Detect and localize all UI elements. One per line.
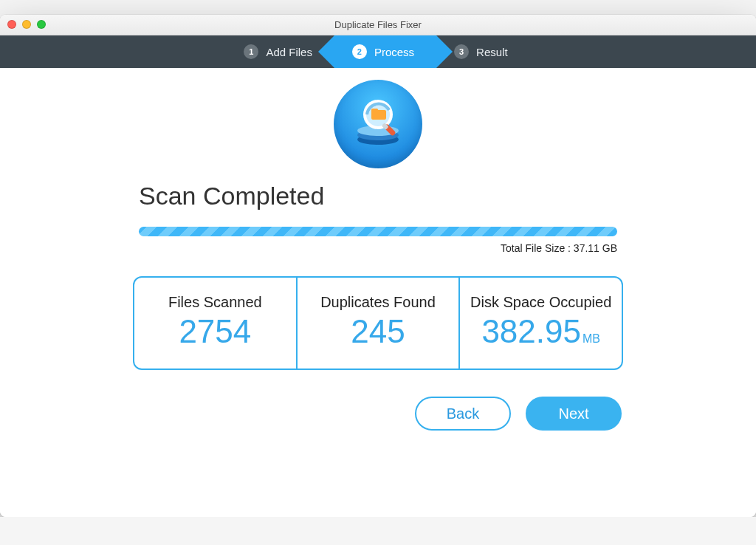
magnifier-files-icon [345,91,411,157]
step-label: Add Files [266,46,312,58]
stat-unit: MB [583,332,600,345]
stat-label: Disk Space Occupied [467,294,614,311]
step-result[interactable]: 3 Result [436,35,530,68]
window-controls [7,20,46,29]
maximize-icon[interactable] [37,20,46,29]
step-number: 3 [454,44,469,59]
step-number: 2 [352,44,367,59]
content-area: Scan Completed Total File Size : 37.11 G… [0,68,756,517]
step-process[interactable]: 2 Process [334,35,436,68]
app-logo-icon [334,80,422,168]
action-buttons: Back Next [0,370,756,431]
titlebar: Duplicate Files Fixer [0,15,756,35]
total-file-size: Total File Size : 37.11 GB [139,242,617,254]
stat-files-scanned: Files Scanned 2754 [134,278,296,369]
step-bar: 1 Add Files 2 Process 3 Result [0,35,756,68]
back-button[interactable]: Back [415,397,511,431]
scan-completed-heading: Scan Completed [139,182,756,210]
step-label: Result [476,46,508,58]
stat-label: Files Scanned [142,294,289,311]
stat-value: 245 [305,314,452,349]
stat-value: 2754 [142,314,289,349]
progress-bar [139,227,617,236]
svg-rect-6 [371,109,378,112]
step-number: 1 [244,44,258,59]
step-label: Process [374,46,414,58]
stats-panel: Files Scanned 2754 Duplicates Found 245 … [133,276,623,370]
next-button[interactable]: Next [526,397,622,431]
stat-value: 382.95MB [467,314,614,349]
stat-label: Duplicates Found [305,294,452,311]
stat-disk-space: Disk Space Occupied 382.95MB [458,278,622,369]
stat-duplicates-found: Duplicates Found 245 [296,278,459,369]
window-title: Duplicate Files Fixer [334,19,422,30]
close-icon[interactable] [7,20,16,29]
app-window: Duplicate Files Fixer 1 Add Files 2 Proc… [0,15,756,517]
minimize-icon[interactable] [22,20,31,29]
